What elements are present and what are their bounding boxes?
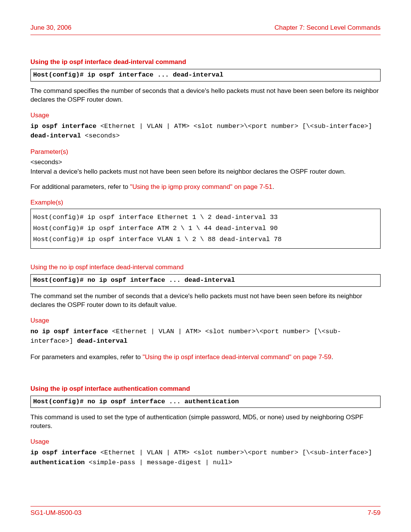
section1-description: The command specifies the number of seco… bbox=[30, 87, 381, 104]
parameters-label: Parameter(s) bbox=[30, 148, 381, 157]
section2-title: Using the no ip ospf interface dead-inte… bbox=[30, 263, 381, 272]
header-chapter: Chapter 7: Second Level Commands bbox=[274, 24, 381, 32]
section2-command-box: Host(config)# no ip ospf interface ... d… bbox=[30, 274, 381, 287]
section1-usage-syntax: ip ospf interface <Ethernet | VLAN | ATM… bbox=[30, 121, 381, 141]
footer-page-number: 7-59 bbox=[368, 509, 381, 518]
usage-label-3: Usage bbox=[30, 438, 381, 446]
page-footer: SG1-UM-8500-03 7-59 bbox=[30, 506, 381, 518]
section3-title: Using the ip ospf interface authenticati… bbox=[30, 385, 381, 393]
section1-reference: For additional parameters, refer to "Usi… bbox=[30, 183, 381, 192]
footer-doc-id: SG1-UM-8500-03 bbox=[30, 509, 81, 518]
section2-description: The command set the number of seconds th… bbox=[30, 292, 381, 310]
section1-examples-box: Host(config)# ip ospf interface Ethernet… bbox=[30, 209, 381, 249]
section2-reference: For parameters and examples, refer to "U… bbox=[30, 353, 381, 362]
param-seconds-desc: Interval a device's hello packets must n… bbox=[30, 168, 381, 176]
param-seconds-name: <seconds> bbox=[30, 158, 381, 167]
page-header: June 30, 2006 Chapter 7: Second Level Co… bbox=[30, 24, 381, 35]
section1-command-box: Host(config)# ip ospf interface ... dead… bbox=[30, 69, 381, 81]
link-igmp-proxy[interactable]: "Using the ip igmp proxy command" on pag… bbox=[130, 183, 272, 190]
link-dead-interval[interactable]: "Using the ip ospf interface dead-interv… bbox=[143, 353, 331, 361]
section2-usage-syntax: no ip ospf interface <Ethernet | VLAN | … bbox=[30, 327, 381, 346]
usage-label-2: Usage bbox=[30, 316, 381, 325]
header-date: June 30, 2006 bbox=[30, 24, 72, 32]
section3-command-box: Host(config)# no ip ospf interface ... a… bbox=[30, 396, 381, 408]
section3-description: This command is used to set the type of … bbox=[30, 413, 381, 431]
examples-label: Example(s) bbox=[30, 198, 381, 207]
section3-usage-syntax: ip ospf interface <Ethernet | VLAN | ATM… bbox=[30, 448, 381, 467]
section1-title: Using the ip ospf interface dead-interva… bbox=[30, 58, 381, 67]
usage-label: Usage bbox=[30, 111, 381, 120]
